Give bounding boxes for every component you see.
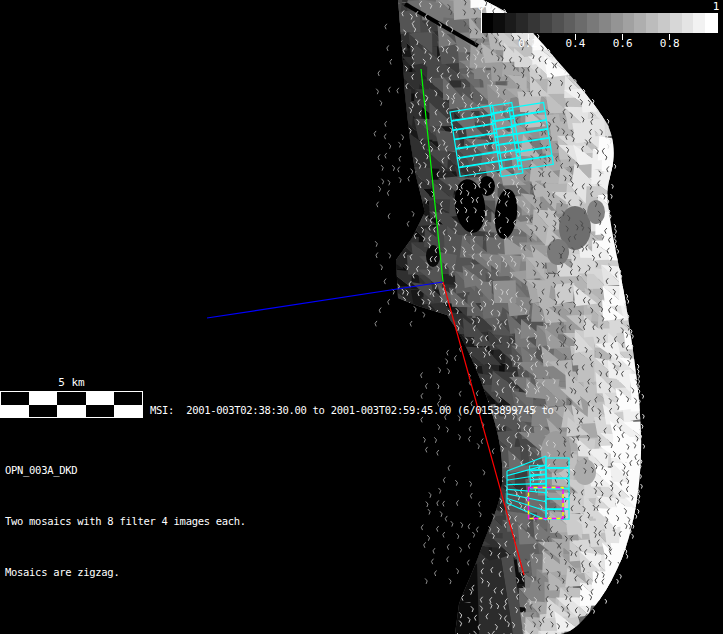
scale-bar-label: 5 km [0, 376, 143, 389]
scale-bar [0, 391, 143, 418]
scale-bar-cell [114, 392, 142, 405]
scale-bar-cell [57, 392, 85, 405]
scale-bar-cell [86, 405, 114, 418]
observation-id: OPN_003A_DKD [5, 462, 246, 479]
scale-bar-cell [57, 405, 85, 418]
colorbar-min-label: 0 [473, 0, 489, 13]
scale-bar-cell [29, 405, 57, 418]
colorbar-tick-label: 0.2 [512, 37, 544, 50]
observation-desc-1: Two mosaics with 8 filter 4 images each. [5, 513, 246, 530]
observation-info-block: OPN_003A_DKD Two mosaics with 8 filter 4… [5, 428, 246, 615]
observation-desc-2: Mosaics are zigzag. [5, 564, 246, 581]
scale-bar-cell [114, 405, 142, 418]
colorbar-tick-label: 0.8 [654, 37, 686, 50]
scale-bar-cell [29, 392, 57, 405]
scale-bar-cell [86, 392, 114, 405]
scale-bar-cell [1, 392, 29, 405]
msi-sequence-planner-viewport: 5 km MSI: 2001-003T02:38:30.00 to 2001-0… [0, 0, 723, 634]
status-line: MSI: 2001-003T02:38:30.00 to 2001-003T02… [150, 403, 559, 417]
colorbar-max-label: 1 [708, 0, 723, 13]
colorbar-tick-label: 0.6 [607, 37, 639, 50]
colorbar-tick-label: 0.4 [559, 37, 591, 50]
scale-bar-cell [1, 405, 29, 418]
